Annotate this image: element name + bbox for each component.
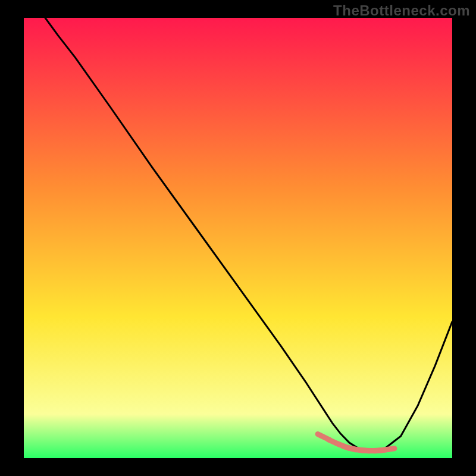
gradient-background [24,18,452,458]
plot-area [24,18,452,458]
range-marker [381,449,394,450]
bottleneck-chart [24,18,452,458]
chart-frame: TheBottleneck.com [0,0,476,476]
attribution-label: TheBottleneck.com [333,2,470,19]
